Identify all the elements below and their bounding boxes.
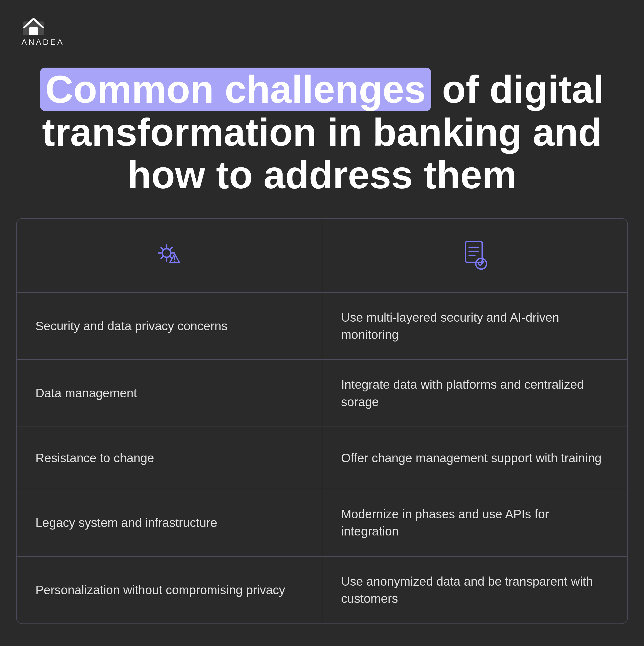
table-row: Legacy system and infrastructure Moderni…: [17, 489, 627, 557]
svg-point-4: [174, 260, 175, 262]
challenge-text: Security and data privacy concerns: [35, 317, 228, 334]
challenge-cell: Personalization without compromising pri…: [17, 557, 322, 624]
challenge-cell: Security and data privacy concerns: [17, 293, 322, 359]
solution-cell: Modernize in phases and use APIs for int…: [322, 489, 627, 556]
logo-text: ANADEA: [21, 37, 64, 47]
challenge-text: Legacy system and infrastructure: [35, 514, 217, 531]
challenge-cell: Resistance to change: [17, 427, 322, 489]
challenge-text: Resistance to change: [35, 449, 154, 466]
solution-text: Modernize in phases and use APIs for int…: [341, 506, 609, 540]
table-header-row: [17, 219, 627, 293]
solution-text: Offer change management support with tra…: [341, 449, 602, 466]
solution-text: Use anonymized data and be transparent w…: [341, 573, 609, 607]
logo-icon: [21, 16, 45, 35]
gear-warning-icon: [152, 237, 187, 274]
challenge-text: Personalization without compromising pri…: [35, 581, 285, 599]
solution-text: Integrate data with platforms and centra…: [341, 376, 609, 411]
table-row: Resistance to change Offer change manage…: [17, 427, 627, 489]
table-row: Security and data privacy concerns Use m…: [17, 293, 627, 360]
title-highlight: Common challenges: [40, 68, 431, 111]
challenge-text: Data management: [35, 385, 137, 402]
solution-cell: Integrate data with platforms and centra…: [322, 360, 627, 427]
solution-cell: Offer change management support with tra…: [322, 427, 627, 489]
solution-header-cell: [322, 219, 627, 292]
logo-area: ANADEA: [0, 0, 644, 52]
solution-cell: Use multi-layered security and AI-driven…: [322, 293, 627, 359]
checklist-icon: [457, 237, 493, 274]
challenge-cell: Legacy system and infrastructure: [17, 489, 322, 556]
table-row: Personalization without compromising pri…: [17, 557, 627, 624]
solution-cell: Use anonymized data and be transparent w…: [322, 557, 627, 624]
challenge-cell: Data management: [17, 360, 322, 427]
challenge-header-cell: [17, 219, 322, 292]
header-section: Common challenges of digital transformat…: [0, 52, 644, 218]
table-row: Data management Integrate data with plat…: [17, 360, 627, 427]
solution-text: Use multi-layered security and AI-driven…: [341, 309, 609, 343]
challenges-table: Security and data privacy concerns Use m…: [16, 218, 628, 624]
svg-point-2: [163, 249, 171, 257]
svg-rect-1: [29, 27, 38, 35]
main-title: Common challenges of digital transformat…: [21, 68, 623, 197]
